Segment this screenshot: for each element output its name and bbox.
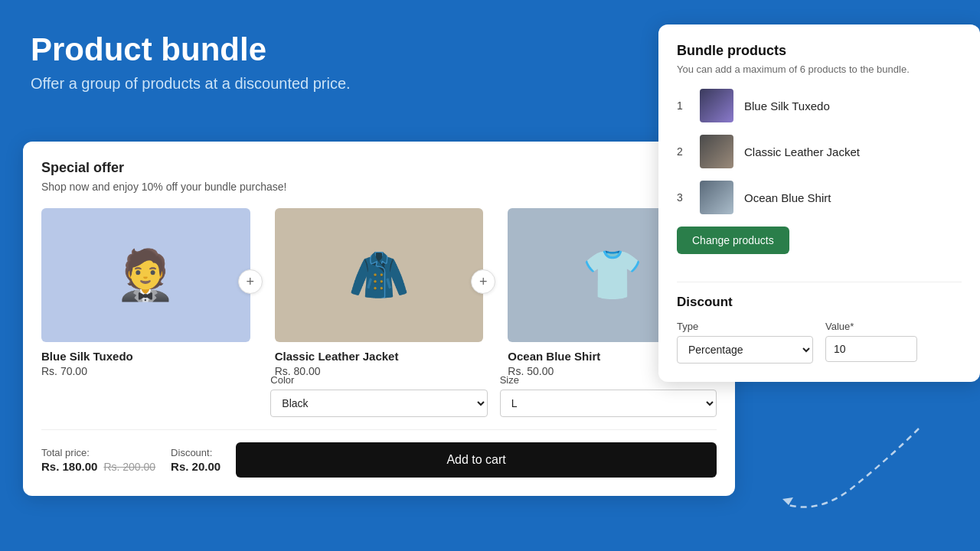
current-price: Rs. 180.00 [41,460,97,473]
add-to-cart-button[interactable]: Add to cart [236,442,717,478]
discount-heading: Discount [677,295,962,310]
bundle-item-1: 1 Blue Silk Tuxedo [677,89,962,122]
discount-label: Discount: [171,447,220,458]
hero-title: Product bundle [31,31,351,69]
size-select[interactable]: XS S M L XL XXL [500,390,717,417]
discount-panel: Discount Type Percentage Fixed amount Va… [677,295,962,364]
bundle-panel-subtitle: You can add a maximum of 6 products to t… [677,64,962,75]
product-price-jacket: Rs. 80.00 [275,365,484,377]
product-price-tuxedo: Rs. 70.00 [41,365,250,377]
bundle-thumb-jacket [700,135,733,168]
bundle-panel: Bundle products You can add a maximum of… [658,24,980,382]
bundle-item-2-num: 2 [677,145,689,158]
bundle-item-2: 2 Classic Leather Jacket [677,135,962,168]
product-image-tuxedo: 🤵 [41,208,250,342]
product-item-jacket: 🧥 Classic Leather Jacket Rs. 80.00 + [275,208,484,377]
bundle-thumb-shirt [700,181,733,214]
total-price-section: Total price: Rs. 180.00 Rs. 200.00 [41,447,155,473]
bundle-item-3: 3 Ocean Blue Shirt [677,181,962,214]
total-prices: Rs. 180.00 Rs. 200.00 [41,460,155,473]
bundle-item-3-num: 3 [677,191,689,204]
main-card: Special offer Shop now and enjoy 10% off… [23,142,735,496]
bundle-item-1-num: 1 [677,99,689,112]
products-row: 🤵 Blue Silk Tuxedo Rs. 70.00 + 🧥 Classic… [41,208,717,377]
hero-text-block: Product bundle Offer a group of products… [31,31,351,93]
special-offer-title: Special offer [41,160,717,176]
bundle-item-3-name: Ocean Blue Shirt [744,191,831,204]
plus-icon-2: + [471,269,495,294]
divider [677,282,962,282]
total-label: Total price: [41,447,155,458]
discount-fields: Type Percentage Fixed amount Value* [677,321,962,364]
plus-icon-1: + [238,269,263,294]
change-products-button[interactable]: Change products [677,227,789,254]
special-offer-description: Shop now and enjoy 10% off your bundle p… [41,181,717,193]
original-price: Rs. 200.00 [103,461,155,473]
hero-subtitle: Offer a group of products at a discounte… [31,75,351,93]
color-select[interactable]: Black White Brown Navy [270,390,487,417]
discount-value-input[interactable] [825,336,917,362]
color-variant-group: Color Black White Brown Navy [270,374,487,417]
bottom-bar: Total price: Rs. 180.00 Rs. 200.00 Disco… [41,429,717,478]
product-name-tuxedo: Blue Silk Tuxedo [41,350,250,363]
discount-type-field: Type Percentage Fixed amount [677,321,813,364]
product-image-jacket: 🧥 [275,208,484,342]
discount-section: Discount: Rs. 20.00 [171,447,220,473]
discount-amount: Rs. 20.00 [171,460,220,473]
bundle-panel-title: Bundle products [677,43,962,59]
bundle-thumb-tuxedo [700,89,733,122]
discount-type-select[interactable]: Percentage Fixed amount [677,336,813,364]
discount-value-field: Value* [825,321,962,364]
product-name-jacket: Classic Leather Jacket [275,350,484,363]
discount-type-label: Type [677,321,813,332]
bundle-item-2-name: Classic Leather Jacket [744,145,860,158]
discount-value-label: Value* [825,321,962,332]
bundle-item-1-name: Blue Silk Tuxedo [744,99,830,112]
product-item-tuxedo: 🤵 Blue Silk Tuxedo Rs. 70.00 + [41,208,250,377]
